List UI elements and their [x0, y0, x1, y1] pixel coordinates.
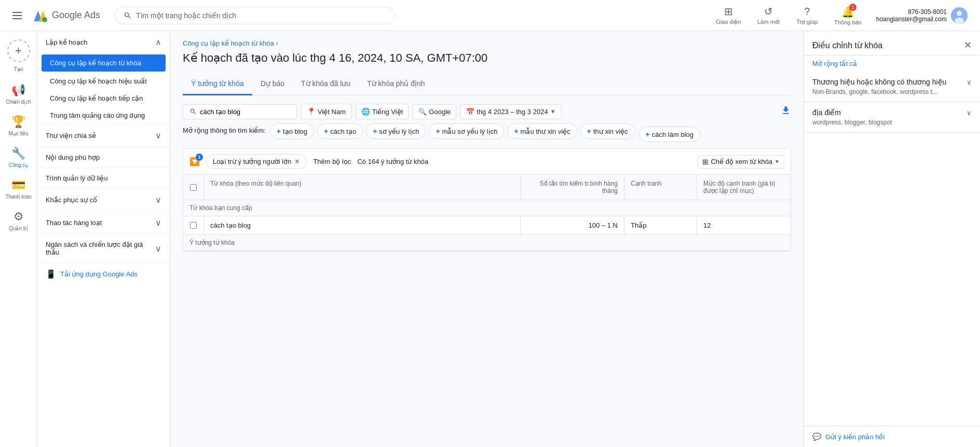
create-button[interactable]: + — [7, 39, 30, 62]
download-app-icon: 📱 — [46, 269, 56, 279]
chevron-down-icon: ∨ — [155, 244, 161, 254]
right-panel-section-header-thuong-hieu[interactable]: Thương hiệu hoặc không có thương hiệu ∨ — [812, 78, 972, 86]
network-filter[interactable]: 🔍 Google — [413, 104, 456, 119]
tab-y-tuong-tu-khoa[interactable]: Ý tưởng từ khóa — [183, 73, 252, 95]
expand-pill-1[interactable]: + cách tạo — [317, 123, 363, 139]
location-filter[interactable]: 📍 Việt Nam — [301, 104, 351, 119]
admin-icon: ⚙ — [13, 210, 24, 224]
thuong-hieu-subtitle: Non-Brands, google, facebook, wordpress … — [812, 88, 972, 95]
dia-diem-subtitle: wordpress, blogger, blogspot — [812, 119, 972, 126]
th-top-bid[interactable]: Mức độ cạnh tranh (giá trị được lập chỉ … — [697, 175, 791, 200]
user-info[interactable]: 876-305-8001 hoanglanster@gmail.com — [872, 7, 972, 24]
plus-icon: + — [514, 127, 518, 135]
rail-item-muc-tieu[interactable]: 🏆 Mục tiêu — [0, 110, 37, 142]
rail-item-chien-dich[interactable]: 📢 Chiến dịch — [0, 78, 37, 110]
rail-label-quan-tri: Quản trị — [9, 226, 28, 231]
right-panel: Điều chỉnh từ khóa ✕ Mở rộng tất cả Thươ… — [804, 31, 980, 447]
td-checkbox[interactable] — [183, 216, 204, 234]
sidebar-item-cong-cu-lap-ke-hoach-tiep-can[interactable]: Công cụ lập kế hoạch tiếp cận — [37, 90, 170, 107]
expand-pill-2[interactable]: + sơ yếu lý lịch — [366, 123, 426, 139]
chevron-up-icon: ∧ — [155, 37, 161, 47]
expand-search-row: Mở rộng thông tin tìm kiếm: + tạo blog +… — [183, 123, 791, 142]
sidebar-section-label: Khắc phục sự cố — [46, 196, 97, 204]
expand-pill-5[interactable]: + thư xin việc — [580, 123, 635, 139]
tab-du-bao[interactable]: Dự báo — [252, 73, 293, 95]
svg-point-5 — [957, 11, 962, 16]
sidebar-section-header-ngan-sach[interactable]: Ngân sách và chiến lược đặt giá thầu ∨ — [37, 234, 170, 262]
logo-link[interactable]: Google Ads — [32, 7, 100, 24]
lam-moi-button[interactable]: ↺ Làm mới — [751, 3, 786, 27]
select-all-checkbox[interactable] — [190, 184, 197, 191]
row-checkbox[interactable] — [190, 222, 197, 229]
tro-giup-button[interactable]: ? Trợ giúp — [790, 4, 824, 27]
top-bid-value: 12 — [703, 221, 711, 229]
td-top-bid: 12 — [697, 216, 791, 234]
sidebar-item-cong-cu-lap-ke-hoach-tu-khoa[interactable]: Công cụ lập kế hoạch từ khóa — [42, 54, 166, 72]
filter-funnel-icon: 🔽 1 — [189, 157, 200, 166]
expand-pill-label: cách tạo — [330, 128, 356, 135]
feedback-label: Gửi ý kiến phản hồi — [825, 433, 884, 441]
plus-icon: + — [646, 130, 650, 138]
sidebar-section-header-trinh-quan-ly-du-lieu[interactable]: Trình quản lý dữ liệu — [37, 168, 170, 188]
expand-pill-0[interactable]: + tạo blog — [270, 123, 314, 139]
rail-item-thanh-toan[interactable]: 💳 Thanh toán — [0, 173, 37, 205]
th-keyword[interactable]: Từ khóa (theo mức độ liên quan) — [204, 175, 521, 200]
sidebar-item-cong-cu-lap-ke-hoach-hieu-suat[interactable]: Công cụ lập kế hoạch hiệu suất — [37, 73, 170, 90]
add-filter-button[interactable]: Thêm bộ lọc — [313, 158, 351, 165]
sidebar-item-trung-tam-quang-cao[interactable]: Trung tâm quảng cáo ứng dụng — [37, 107, 170, 124]
th-checkbox[interactable] — [183, 175, 204, 200]
app-download-link[interactable]: 📱 Tải ứng dụng Google Ads — [37, 263, 170, 285]
sidebar-item-label: Trung tâm quảng cáo ứng dụng — [50, 111, 145, 119]
keywords-provided-section-label: Từ khóa bạn cung cấp — [183, 200, 791, 216]
global-search-input[interactable] — [136, 11, 386, 20]
sidebar-section-header-khac-phuc-su-co[interactable]: Khắc phục sự cố ∨ — [37, 189, 170, 211]
active-filter-label: Loại trừ ý tưởng người lớn — [213, 158, 291, 165]
sidebar-section-header-noi-dung-phu-hop[interactable]: Nội dung phù hợp — [37, 147, 170, 167]
logo-text: Google Ads — [52, 10, 100, 21]
goal-icon: 🏆 — [11, 115, 25, 129]
main-content: Công cụ lập kế hoạch từ khóa › Kế hoạch … — [170, 31, 804, 447]
plus-icon: + — [373, 127, 377, 135]
svg-point-3 — [42, 17, 47, 22]
rail-label-muc-tieu: Mục tiêu — [8, 131, 28, 136]
top-navbar: Google Ads ⊞ Giao diện ↺ Làm mới ? Trợ g… — [0, 0, 980, 31]
download-button[interactable] — [781, 105, 791, 118]
plus-icon: + — [324, 127, 328, 135]
expand-pill-6[interactable]: + cách làm blog — [639, 127, 700, 142]
close-filter-icon[interactable]: ✕ — [294, 158, 300, 165]
right-panel-feedback[interactable]: 💬 Gửi ý kiến phản hồi — [804, 426, 980, 447]
hamburger-button[interactable] — [8, 8, 26, 23]
keyword-filter-input[interactable] — [200, 108, 283, 116]
sidebar-section-header-thu-vien-chia-se[interactable]: Thư viện chia sẻ ∨ — [37, 124, 170, 147]
right-panel-section-header-dia-diem[interactable]: địa điểm ∨ — [812, 108, 972, 117]
sidebar-section-header-thao-tac-hang-loat[interactable]: Thao tác hàng loạt ∨ — [37, 212, 170, 234]
monthly-searches-value: 100 – 1 N — [589, 221, 618, 229]
network-label: Google — [429, 108, 451, 116]
page-title: Kế hoạch đã tạo vào lúc thg 4 16, 2024, … — [183, 51, 791, 65]
th-monthly-searches[interactable]: Số lần tìm kiếm tr.bình hàng tháng — [521, 175, 624, 200]
download-icon — [781, 105, 791, 116]
rail-item-cong-cu[interactable]: 🔧 Công cụ — [0, 142, 37, 173]
nav-actions: ⊞ Giao diện ↺ Làm mới ? Trợ giúp 🔔 1 Thô… — [710, 3, 972, 27]
thong-bao-button[interactable]: 🔔 1 Thông báo — [828, 4, 868, 27]
date-range-filter[interactable]: 📅 thg 4 2023 – thg 3 2024 ▼ — [460, 104, 561, 119]
expand-pill-3[interactable]: + mẫu sơ yếu lý lịch — [429, 123, 504, 139]
th-competition[interactable]: Cạnh tranh — [624, 175, 697, 200]
right-panel-close-button[interactable]: ✕ — [964, 39, 972, 51]
expand-all-button[interactable]: Mở rộng tất cả — [804, 55, 980, 72]
idea-count: Có 164 ý tưởng từ khóa — [357, 158, 428, 165]
sidebar-section-header-lap-ke-hoach[interactable]: Lập kế hoạch ∧ — [37, 31, 170, 53]
active-filter-button[interactable]: Loại trừ ý tưởng người lớn ✕ — [206, 154, 307, 169]
language-filter[interactable]: 🌐 Tiếng Việt — [356, 104, 409, 119]
breadcrumb-link[interactable]: Công cụ lập kế hoạch từ khóa — [183, 39, 274, 47]
col-view-chevron-icon: ▼ — [774, 159, 780, 164]
tab-tu-khoa-phu-dinh[interactable]: Từ khóa phủ định — [359, 73, 433, 95]
notification-icon: 🔔 1 — [841, 6, 854, 18]
dia-diem-title: địa điểm — [812, 108, 841, 117]
tab-tu-khoa-da-luu[interactable]: Từ khóa đã lưu — [293, 73, 359, 95]
icon-rail: + Tạo 📢 Chiến dịch 🏆 Mục tiêu 🔧 Công cụ … — [0, 31, 37, 447]
expand-pill-4[interactable]: + mẫu thư xin việc — [507, 123, 577, 139]
column-view-button[interactable]: ⊞ Chế độ xem từ khóa ▼ — [698, 155, 784, 169]
rail-item-quan-tri[interactable]: ⚙ Quản trị — [0, 205, 37, 236]
giao-dien-button[interactable]: ⊞ Giao diện — [710, 3, 747, 27]
